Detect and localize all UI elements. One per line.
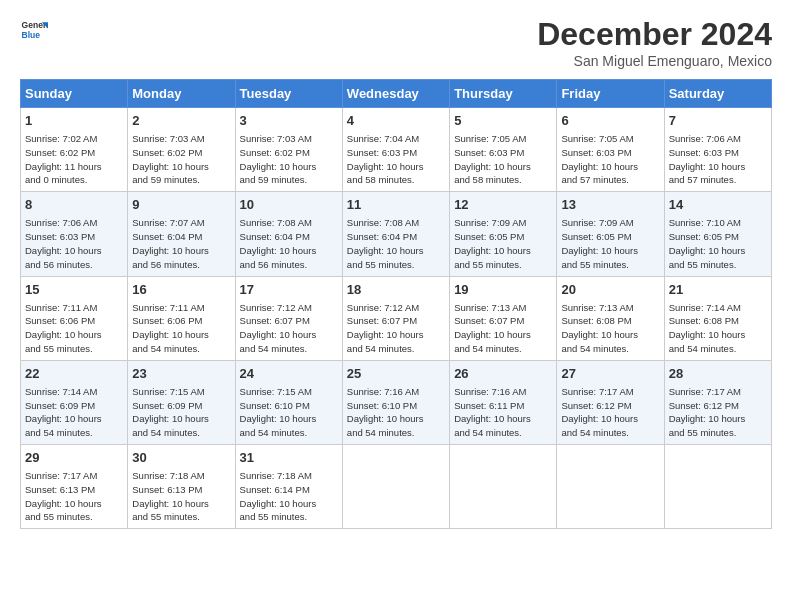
calendar-cell: 1Sunrise: 7:02 AM Sunset: 6:02 PM Daylig… — [21, 108, 128, 192]
calendar-cell — [557, 445, 664, 529]
day-info: Sunrise: 7:03 AM Sunset: 6:02 PM Dayligh… — [240, 132, 338, 187]
calendar-cell — [664, 445, 771, 529]
calendar-cell: 22Sunrise: 7:14 AM Sunset: 6:09 PM Dayli… — [21, 360, 128, 444]
day-number: 4 — [347, 112, 445, 130]
day-number: 29 — [25, 449, 123, 467]
day-number: 15 — [25, 281, 123, 299]
calendar-cell: 30Sunrise: 7:18 AM Sunset: 6:13 PM Dayli… — [128, 445, 235, 529]
day-number: 16 — [132, 281, 230, 299]
day-number: 11 — [347, 196, 445, 214]
calendar-week-row: 22Sunrise: 7:14 AM Sunset: 6:09 PM Dayli… — [21, 360, 772, 444]
day-number: 23 — [132, 365, 230, 383]
day-info: Sunrise: 7:12 AM Sunset: 6:07 PM Dayligh… — [347, 301, 445, 356]
day-info: Sunrise: 7:07 AM Sunset: 6:04 PM Dayligh… — [132, 216, 230, 271]
calendar-cell: 26Sunrise: 7:16 AM Sunset: 6:11 PM Dayli… — [450, 360, 557, 444]
calendar-cell: 13Sunrise: 7:09 AM Sunset: 6:05 PM Dayli… — [557, 192, 664, 276]
calendar-cell: 25Sunrise: 7:16 AM Sunset: 6:10 PM Dayli… — [342, 360, 449, 444]
day-info: Sunrise: 7:17 AM Sunset: 6:13 PM Dayligh… — [25, 469, 123, 524]
day-info: Sunrise: 7:06 AM Sunset: 6:03 PM Dayligh… — [25, 216, 123, 271]
day-number: 12 — [454, 196, 552, 214]
calendar-subtitle: San Miguel Emenguaro, Mexico — [537, 53, 772, 69]
day-info: Sunrise: 7:14 AM Sunset: 6:08 PM Dayligh… — [669, 301, 767, 356]
day-number: 2 — [132, 112, 230, 130]
calendar-cell: 10Sunrise: 7:08 AM Sunset: 6:04 PM Dayli… — [235, 192, 342, 276]
calendar-cell: 27Sunrise: 7:17 AM Sunset: 6:12 PM Dayli… — [557, 360, 664, 444]
day-number: 25 — [347, 365, 445, 383]
day-info: Sunrise: 7:09 AM Sunset: 6:05 PM Dayligh… — [561, 216, 659, 271]
weekday-header-saturday: Saturday — [664, 80, 771, 108]
day-info: Sunrise: 7:18 AM Sunset: 6:14 PM Dayligh… — [240, 469, 338, 524]
day-number: 28 — [669, 365, 767, 383]
day-number: 21 — [669, 281, 767, 299]
calendar-title: December 2024 — [537, 16, 772, 53]
calendar-table: SundayMondayTuesdayWednesdayThursdayFrid… — [20, 79, 772, 529]
logo-icon: General Blue — [20, 16, 48, 44]
calendar-cell: 3Sunrise: 7:03 AM Sunset: 6:02 PM Daylig… — [235, 108, 342, 192]
calendar-week-row: 15Sunrise: 7:11 AM Sunset: 6:06 PM Dayli… — [21, 276, 772, 360]
day-info: Sunrise: 7:08 AM Sunset: 6:04 PM Dayligh… — [240, 216, 338, 271]
calendar-cell: 11Sunrise: 7:08 AM Sunset: 6:04 PM Dayli… — [342, 192, 449, 276]
calendar-cell: 6Sunrise: 7:05 AM Sunset: 6:03 PM Daylig… — [557, 108, 664, 192]
day-number: 7 — [669, 112, 767, 130]
day-number: 31 — [240, 449, 338, 467]
day-number: 30 — [132, 449, 230, 467]
day-number: 27 — [561, 365, 659, 383]
calendar-cell — [450, 445, 557, 529]
day-info: Sunrise: 7:12 AM Sunset: 6:07 PM Dayligh… — [240, 301, 338, 356]
calendar-cell: 15Sunrise: 7:11 AM Sunset: 6:06 PM Dayli… — [21, 276, 128, 360]
calendar-cell: 19Sunrise: 7:13 AM Sunset: 6:07 PM Dayli… — [450, 276, 557, 360]
calendar-cell: 29Sunrise: 7:17 AM Sunset: 6:13 PM Dayli… — [21, 445, 128, 529]
page-header: General Blue General Blue December 2024 … — [20, 16, 772, 69]
calendar-cell: 5Sunrise: 7:05 AM Sunset: 6:03 PM Daylig… — [450, 108, 557, 192]
weekday-header-sunday: Sunday — [21, 80, 128, 108]
day-info: Sunrise: 7:06 AM Sunset: 6:03 PM Dayligh… — [669, 132, 767, 187]
day-number: 20 — [561, 281, 659, 299]
day-info: Sunrise: 7:15 AM Sunset: 6:09 PM Dayligh… — [132, 385, 230, 440]
svg-text:Blue: Blue — [22, 30, 41, 40]
calendar-cell: 8Sunrise: 7:06 AM Sunset: 6:03 PM Daylig… — [21, 192, 128, 276]
day-info: Sunrise: 7:17 AM Sunset: 6:12 PM Dayligh… — [669, 385, 767, 440]
title-block: December 2024 San Miguel Emenguaro, Mexi… — [537, 16, 772, 69]
calendar-cell: 12Sunrise: 7:09 AM Sunset: 6:05 PM Dayli… — [450, 192, 557, 276]
calendar-cell: 17Sunrise: 7:12 AM Sunset: 6:07 PM Dayli… — [235, 276, 342, 360]
day-info: Sunrise: 7:13 AM Sunset: 6:07 PM Dayligh… — [454, 301, 552, 356]
day-number: 3 — [240, 112, 338, 130]
calendar-week-row: 8Sunrise: 7:06 AM Sunset: 6:03 PM Daylig… — [21, 192, 772, 276]
day-number: 24 — [240, 365, 338, 383]
day-info: Sunrise: 7:11 AM Sunset: 6:06 PM Dayligh… — [25, 301, 123, 356]
day-number: 26 — [454, 365, 552, 383]
day-number: 17 — [240, 281, 338, 299]
day-info: Sunrise: 7:04 AM Sunset: 6:03 PM Dayligh… — [347, 132, 445, 187]
day-info: Sunrise: 7:14 AM Sunset: 6:09 PM Dayligh… — [25, 385, 123, 440]
day-number: 19 — [454, 281, 552, 299]
calendar-cell: 24Sunrise: 7:15 AM Sunset: 6:10 PM Dayli… — [235, 360, 342, 444]
day-info: Sunrise: 7:10 AM Sunset: 6:05 PM Dayligh… — [669, 216, 767, 271]
day-number: 22 — [25, 365, 123, 383]
day-number: 8 — [25, 196, 123, 214]
day-info: Sunrise: 7:09 AM Sunset: 6:05 PM Dayligh… — [454, 216, 552, 271]
day-info: Sunrise: 7:05 AM Sunset: 6:03 PM Dayligh… — [561, 132, 659, 187]
day-number: 6 — [561, 112, 659, 130]
weekday-header-wednesday: Wednesday — [342, 80, 449, 108]
calendar-cell: 2Sunrise: 7:03 AM Sunset: 6:02 PM Daylig… — [128, 108, 235, 192]
day-info: Sunrise: 7:08 AM Sunset: 6:04 PM Dayligh… — [347, 216, 445, 271]
day-number: 10 — [240, 196, 338, 214]
calendar-cell — [342, 445, 449, 529]
day-info: Sunrise: 7:11 AM Sunset: 6:06 PM Dayligh… — [132, 301, 230, 356]
calendar-cell: 23Sunrise: 7:15 AM Sunset: 6:09 PM Dayli… — [128, 360, 235, 444]
calendar-cell: 7Sunrise: 7:06 AM Sunset: 6:03 PM Daylig… — [664, 108, 771, 192]
calendar-cell: 18Sunrise: 7:12 AM Sunset: 6:07 PM Dayli… — [342, 276, 449, 360]
day-number: 14 — [669, 196, 767, 214]
calendar-cell: 14Sunrise: 7:10 AM Sunset: 6:05 PM Dayli… — [664, 192, 771, 276]
day-number: 13 — [561, 196, 659, 214]
weekday-header-monday: Monday — [128, 80, 235, 108]
calendar-cell: 16Sunrise: 7:11 AM Sunset: 6:06 PM Dayli… — [128, 276, 235, 360]
day-info: Sunrise: 7:03 AM Sunset: 6:02 PM Dayligh… — [132, 132, 230, 187]
calendar-cell: 31Sunrise: 7:18 AM Sunset: 6:14 PM Dayli… — [235, 445, 342, 529]
day-info: Sunrise: 7:13 AM Sunset: 6:08 PM Dayligh… — [561, 301, 659, 356]
weekday-header-row: SundayMondayTuesdayWednesdayThursdayFrid… — [21, 80, 772, 108]
day-number: 9 — [132, 196, 230, 214]
calendar-cell: 28Sunrise: 7:17 AM Sunset: 6:12 PM Dayli… — [664, 360, 771, 444]
day-number: 18 — [347, 281, 445, 299]
day-number: 5 — [454, 112, 552, 130]
